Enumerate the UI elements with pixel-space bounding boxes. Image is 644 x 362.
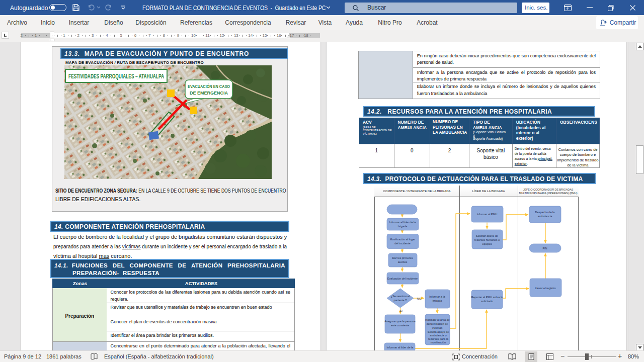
svg-text:recursos humanos o: recursos humanos o (474, 238, 500, 241)
svg-text:Movilización al lugar: Movilización al lugar (390, 238, 416, 241)
svg-text:Trasladar al área de: Trasladar al área de (425, 318, 450, 321)
svg-text:FIN: FIN (542, 247, 547, 250)
svg-text:brigada: brigada (433, 299, 443, 302)
svg-text:brigada: brigada (398, 225, 408, 228)
svg-text:Informar al líder de la: Informar al líder de la (387, 346, 414, 349)
svg-text:movilización: movilización (431, 341, 446, 344)
svg-text:Informar a la: Informar a la (429, 295, 445, 298)
svg-text:Solicitar apoyo de: Solicitar apoyo de (476, 234, 498, 237)
svg-text:FESTIVIDADES PARROQUIALES – AT: FESTIVIDADES PARROQUIALES – ATAHUALPA (68, 73, 164, 80)
svg-text:Informar al PMU: Informar al PMU (477, 213, 498, 216)
svg-text:equipos: equipos (482, 242, 492, 245)
svg-text:solicitado: solicitado (481, 300, 493, 303)
svg-text:Dar los primeros: Dar los primeros (392, 256, 413, 259)
svg-text:ambulancia: ambulancia (538, 215, 552, 218)
svg-text:ambulancia o: ambulancia o (430, 334, 446, 337)
svg-text:Despacho de la: Despacho de la (535, 211, 555, 214)
svg-text:concentración de: concentración de (427, 322, 448, 325)
svg-text:Solicita apoyo de: Solicita apoyo de (428, 330, 449, 333)
svg-text:víctimas: víctimas (432, 326, 443, 329)
svg-text:Informar al líder de la: Informar al líder de la (389, 221, 417, 224)
svg-text:Llevar el registro: Llevar el registro (535, 287, 555, 290)
svg-text:SI: SI (399, 309, 403, 312)
svg-text:auxilios: auxilios (398, 260, 408, 263)
svg-text:EVACUACIÓN EN CASO: EVACUACIÓN EN CASO (188, 83, 230, 89)
svg-text:Evaluación del incidente: Evaluación del incidente (387, 277, 418, 280)
svg-text:recursos para la: recursos para la (428, 337, 449, 340)
svg-text:del incidente: del incidente (394, 242, 410, 245)
svg-text:¿Se reanimo el: ¿Se reanimo el (391, 295, 410, 298)
svg-text:este consiente: este consiente (391, 324, 409, 327)
svg-text:Reportar al PMU sobre lo: Reportar al PMU sobre lo (471, 296, 503, 299)
svg-text:Asegurar que la persona: Asegurar que la persona (384, 320, 416, 323)
svg-text:NO: NO (417, 297, 422, 300)
svg-text:DE EMERGENCIA: DE EMERGENCIA (190, 90, 228, 96)
svg-text:paciente ?: paciente ? (394, 299, 407, 302)
